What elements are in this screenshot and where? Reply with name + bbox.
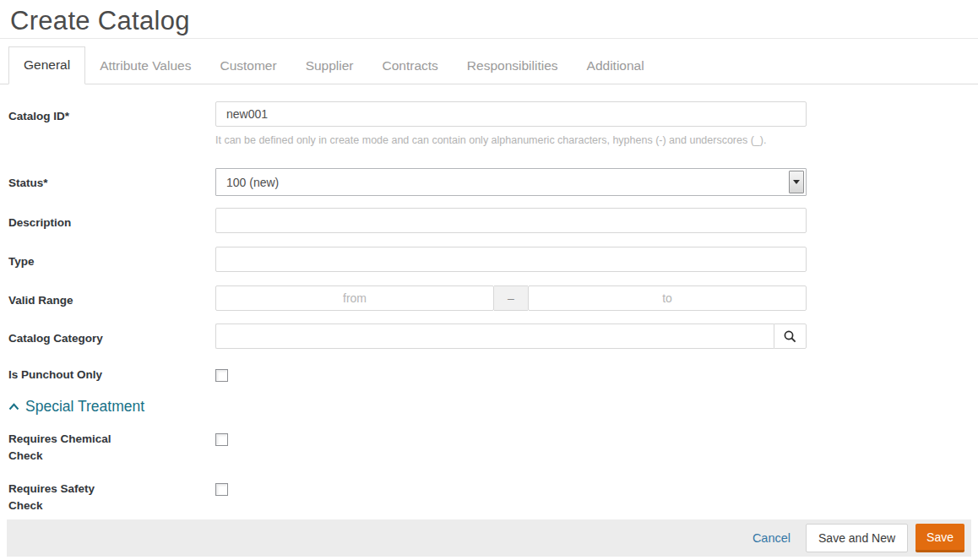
field-row-description: Description xyxy=(8,208,970,233)
field-row-valid-range: Valid Range – xyxy=(8,285,970,311)
chevron-up-icon xyxy=(8,403,19,410)
field-row-catalog-id: Catalog ID* It can be defined only in cr… xyxy=(8,101,970,147)
catalog-id-help: It can be defined only in create mode an… xyxy=(215,133,807,147)
field-row-requires-chemical-check: Requires Chemical Check xyxy=(8,431,970,465)
field-row-catalog-category: Catalog Category xyxy=(8,323,970,349)
catalog-category-label: Catalog Category xyxy=(8,330,103,347)
requires-safety-check-checkbox[interactable] xyxy=(215,483,228,496)
requires-safety-check-label: Requires Safety Check xyxy=(8,481,120,514)
dropdown-arrow-button[interactable] xyxy=(789,171,804,193)
tab-supplier[interactable]: Supplier xyxy=(291,48,368,84)
search-icon xyxy=(783,329,797,344)
is-punchout-only-label: Is Punchout Only xyxy=(8,367,102,383)
footer-action-bar: Cancel Save and New Save xyxy=(7,519,971,557)
field-row-type: Type xyxy=(8,247,970,272)
description-label: Description xyxy=(8,215,71,231)
requires-chemical-check-label: Requires Chemical Check xyxy=(8,431,120,465)
valid-range-separator: – xyxy=(494,285,528,311)
cancel-button[interactable]: Cancel xyxy=(753,531,791,545)
field-row-is-punchout-only: Is Punchout Only xyxy=(8,367,970,383)
save-and-new-button[interactable]: Save and New xyxy=(806,524,908,552)
catalog-category-search-field xyxy=(215,323,807,349)
valid-range-from-input[interactable] xyxy=(215,285,494,311)
valid-range-label: Valid Range xyxy=(8,292,73,309)
tab-bar: General Attribute Values Customer Suppli… xyxy=(0,46,978,84)
special-treatment-section-title: Special Treatment xyxy=(25,398,144,416)
tab-attribute-values[interactable]: Attribute Values xyxy=(85,48,205,84)
status-select-value: 100 (new) xyxy=(226,176,279,189)
tab-contracts[interactable]: Contracts xyxy=(368,48,453,84)
catalog-id-label: Catalog ID* xyxy=(8,108,69,125)
catalog-category-search-button[interactable] xyxy=(774,323,807,349)
special-treatment-section-toggle[interactable]: Special Treatment xyxy=(8,398,970,416)
is-punchout-only-checkbox[interactable] xyxy=(215,369,228,382)
type-label: Type xyxy=(8,253,35,270)
tab-customer[interactable]: Customer xyxy=(205,48,291,84)
title-divider xyxy=(0,38,978,39)
field-row-status: Status* 100 (new) xyxy=(8,168,970,196)
valid-range-group: – xyxy=(215,285,807,311)
type-input[interactable] xyxy=(215,247,807,272)
create-catalog-page: Create Catalog General Attribute Values … xyxy=(0,6,978,514)
status-label: Status* xyxy=(8,175,48,192)
tab-general[interactable]: General xyxy=(8,46,85,84)
page-title: Create Catalog xyxy=(10,6,970,36)
field-row-requires-safety-check: Requires Safety Check xyxy=(8,481,970,514)
description-input[interactable] xyxy=(215,208,807,233)
catalog-category-input[interactable] xyxy=(215,323,774,349)
save-button[interactable]: Save xyxy=(916,524,964,552)
tab-responsibilities[interactable]: Responsibilities xyxy=(453,48,573,84)
chevron-down-icon xyxy=(793,180,800,184)
status-select[interactable]: 100 (new) xyxy=(215,168,807,196)
catalog-id-input[interactable] xyxy=(215,101,807,127)
general-form: Catalog ID* It can be defined only in cr… xyxy=(8,101,970,514)
requires-chemical-check-checkbox[interactable] xyxy=(215,433,228,446)
tab-additional[interactable]: Additional xyxy=(573,48,659,84)
valid-range-to-input[interactable] xyxy=(528,285,807,311)
